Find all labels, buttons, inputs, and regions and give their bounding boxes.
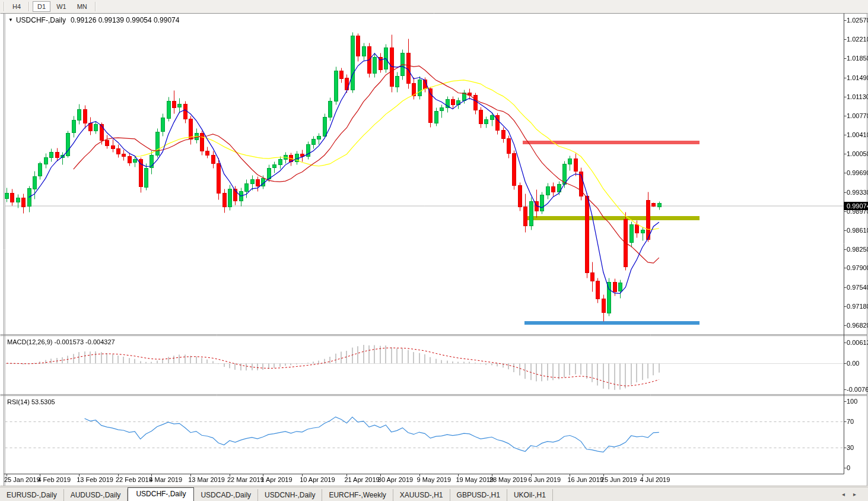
price-axis-label: 1.01130 [847, 93, 868, 100]
timeframe-button-h4[interactable]: H4 [8, 1, 26, 12]
labels-layer: ▼USDCHF-,Daily0.99126 0.99139 0.99054 0.… [0, 0, 868, 501]
macd-indicator-label: MACD(12,26,9) -0.001573 -0.004327 [7, 338, 115, 345]
date-axis-label: 25 Jun 2019 [601, 476, 637, 483]
rsi-indicator-label: RSI(14) 53.5305 [7, 398, 55, 405]
toolbar-separator [95, 2, 96, 11]
rsi-axis-label: 100 [847, 398, 857, 405]
price-axis-label: 0.97540 [847, 284, 868, 291]
toolbar-separator [4, 2, 5, 11]
timeframe-toolbar: H4D1W1MN [0, 0, 868, 13]
tab-gbpusd-h1[interactable]: GBPUSD-,H1 [450, 489, 507, 501]
price-axis-label: 1.01850 [847, 55, 868, 62]
tab-usdchf-daily[interactable]: USDCHF-,Daily [128, 487, 194, 501]
date-axis-label: 25 Jan 2019 [4, 476, 40, 483]
price-axis-label: 1.00050 [847, 150, 868, 157]
macd-axis-label: 0.00613 [847, 339, 868, 346]
date-axis-label: 16 Jun 2019 [567, 476, 603, 483]
mt4-window: H4D1W1MN ▼USDCHF-,Daily0.99126 0.99139 0… [0, 0, 868, 501]
chart-symbol-label: USDCHF-,Daily [16, 16, 66, 24]
tab-audusd-daily[interactable]: AUDUSD-,Daily [64, 489, 128, 501]
timeframe-button-mn[interactable]: MN [72, 1, 92, 12]
rsi-axis-label: 70 [847, 418, 854, 425]
tab-ukoil-h1[interactable]: UKOil-,H1 [507, 489, 553, 501]
timeframe-button-w1[interactable]: W1 [52, 1, 71, 12]
date-axis-label: 19 May 2019 [456, 476, 494, 483]
date-axis-label: 1 Apr 2019 [260, 476, 292, 483]
date-axis-label: 13 Mar 2019 [188, 476, 225, 483]
price-axis-label: 0.97180 [847, 303, 868, 310]
chart-title: ▼USDCHF-,Daily0.99126 0.99139 0.99054 0.… [8, 16, 179, 24]
tab-eurusd-daily[interactable]: EURUSD-,Daily [0, 489, 64, 501]
date-axis-label: 9 May 2019 [417, 476, 451, 483]
date-axis-label: 22 Feb 2019 [116, 476, 152, 483]
date-axis-label: 22 Mar 2019 [227, 476, 264, 483]
price-axis-label: 0.96820 [847, 322, 868, 329]
date-axis-label: 6 Jun 2019 [529, 476, 561, 483]
price-axis-label: 1.02210 [847, 36, 868, 43]
rsi-axis-label: 30 [847, 444, 854, 451]
price-axis-label: 1.00410 [847, 131, 868, 138]
date-axis-label: 4 Feb 2019 [37, 476, 71, 483]
tab-usdcad-daily[interactable]: USDCAD-,Daily [194, 489, 258, 501]
date-axis-label: 10 Apr 2019 [300, 476, 335, 483]
chart-tab-bar: EURUSD-,DailyAUDUSD-,DailyUSDCHF-,DailyU… [0, 487, 868, 501]
date-axis-label: 4 Jul 2019 [640, 476, 670, 483]
tab-scroll-arrows: ◂▸ [842, 491, 864, 497]
date-axis-label: 4 Mar 2019 [149, 476, 182, 483]
date-axis-label: 21 Apr 2019 [344, 476, 379, 483]
macd-axis-label: -0.00761 [847, 386, 868, 393]
price-axis-label: 1.00770 [847, 112, 868, 119]
rsi-axis-label: 0 [847, 464, 850, 471]
date-axis-label: 28 May 2019 [489, 476, 527, 483]
macd-axis-label: 0.00 [847, 360, 859, 367]
tab-scroll-right-icon[interactable]: ▸ [853, 491, 864, 497]
tab-scroll-left-icon[interactable]: ◂ [842, 491, 853, 497]
price-axis-label: 0.97900 [847, 264, 868, 271]
date-axis-label: 30 Apr 2019 [378, 476, 413, 483]
timeframe-button-d1[interactable]: D1 [33, 1, 50, 12]
price-axis-label: 0.98250 [847, 246, 868, 253]
price-axis-label: 0.99330 [847, 189, 868, 196]
current-price-tag: 0.99074 [844, 202, 868, 210]
tab-usdcnh-daily[interactable]: USDCNH-,Daily [258, 489, 322, 501]
tab-xauusd-h1[interactable]: XAUUSD-,H1 [393, 489, 450, 501]
toolbar-separator [28, 2, 30, 11]
symbol-dropdown-icon[interactable]: ▼ [8, 17, 13, 23]
date-axis-label: 13 Feb 2019 [77, 476, 113, 483]
price-axis-label: 0.99690 [847, 169, 868, 176]
tab-eurchf-weekly[interactable]: EURCHF-,Weekly [322, 489, 393, 501]
price-axis-label: 0.98610 [847, 227, 868, 234]
price-axis-label: 1.02570 [847, 17, 868, 24]
price-axis-label: 1.01490 [847, 74, 868, 81]
chart-ohlc-values: 0.99126 0.99139 0.99054 0.99074 [71, 16, 180, 24]
